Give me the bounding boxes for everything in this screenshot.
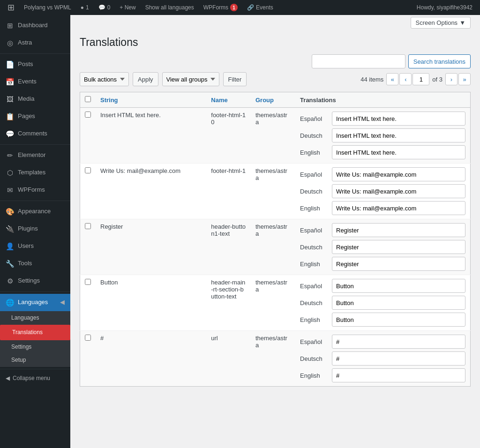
- wp-logo[interactable]: ⊞: [4, 0, 18, 15]
- translation-input[interactable]: [332, 223, 465, 237]
- sidebar-item-astra[interactable]: ◎ Astra: [0, 34, 70, 52]
- select-all-checkbox[interactable]: [85, 96, 91, 102]
- pagination: « ‹ of 3 › »: [386, 73, 471, 85]
- sidebar-item-appearance[interactable]: 🎨 Appearance: [0, 203, 70, 220]
- sidebar-item-events[interactable]: 📅 Events: [0, 73, 70, 90]
- filter-button[interactable]: Filter: [223, 72, 247, 86]
- wpforms-menu[interactable]: WPForms 1: [200, 0, 241, 15]
- screen-options-button[interactable]: Screen Options ▼: [411, 17, 471, 29]
- col-header-cb: [80, 92, 96, 108]
- col-header-string[interactable]: String: [96, 92, 206, 108]
- first-page-button[interactable]: «: [386, 73, 398, 85]
- new-content[interactable]: + New: [116, 0, 139, 15]
- name-value: footer-html-10: [211, 112, 246, 126]
- translation-row: Español: [300, 167, 465, 181]
- translation-input[interactable]: [332, 112, 465, 126]
- sidebar-item-wpforms[interactable]: ✉ WPForms: [0, 181, 70, 199]
- group-value: themes/astra: [255, 279, 287, 293]
- row-checkbox[interactable]: [85, 279, 91, 285]
- translation-input[interactable]: [332, 313, 465, 327]
- row-checkbox[interactable]: [85, 112, 91, 118]
- translation-input[interactable]: [332, 145, 465, 159]
- submenu-translations[interactable]: Translations: [0, 325, 70, 340]
- collapse-menu-button[interactable]: ◀ Collapse menu: [0, 371, 70, 385]
- search-translations-button[interactable]: Search translations: [408, 54, 471, 68]
- language-label: Español: [300, 227, 328, 234]
- translation-row: Español: [300, 112, 465, 126]
- language-label: Español: [300, 283, 328, 290]
- row-checkbox[interactable]: [85, 167, 91, 173]
- sidebar-item-languages[interactable]: 🌐 Languages ◀: [0, 294, 70, 311]
- table-row: #urlthemes/astraEspañolDeutschEnglish: [80, 331, 471, 387]
- translation-input[interactable]: [332, 335, 465, 349]
- translation-row: Español: [300, 335, 465, 349]
- string-value: Insert HTML text here.: [100, 112, 161, 119]
- updates[interactable]: ● 1: [77, 0, 93, 15]
- string-value: #: [100, 335, 104, 342]
- page-number-input[interactable]: [412, 73, 429, 85]
- events-sidebar-icon: 📅: [6, 77, 14, 87]
- language-label: Deutsch: [300, 355, 328, 362]
- sidebar-item-templates[interactable]: ⬡ Templates: [0, 164, 70, 181]
- translation-input[interactable]: [332, 368, 465, 382]
- translation-input[interactable]: [332, 279, 465, 293]
- translation-input[interactable]: [332, 167, 465, 181]
- translation-row: Deutsch: [300, 128, 465, 142]
- show-all-languages[interactable]: Show all languages: [142, 0, 198, 15]
- sidebar-item-comments[interactable]: 💬 Comments: [0, 125, 70, 142]
- language-label: Español: [300, 338, 328, 345]
- col-header-name[interactable]: Name: [206, 92, 251, 108]
- settings-icon: ⚙: [6, 276, 14, 286]
- row-checkbox[interactable]: [85, 335, 91, 341]
- translation-input[interactable]: [332, 257, 465, 271]
- howdy[interactable]: Howdy, siyapifihe3942: [413, 0, 476, 15]
- language-label: English: [300, 261, 328, 268]
- col-header-translations: Translations: [295, 92, 470, 108]
- next-page-button[interactable]: ›: [445, 73, 458, 85]
- language-label: English: [300, 149, 328, 156]
- languages-submenu: Languages Translations Settings Setup: [0, 311, 70, 367]
- submenu-settings[interactable]: Settings: [0, 340, 70, 354]
- collapse-icon: ◀: [6, 375, 10, 381]
- translation-row: Deutsch: [300, 351, 465, 366]
- admin-sidebar: ⊞ Dashboard ◎ Astra 📄 Posts 📅 Events 🖼 M…: [0, 15, 70, 448]
- sidebar-item-settings[interactable]: ⚙ Settings: [0, 272, 70, 290]
- translation-input[interactable]: [332, 201, 465, 215]
- events-menu[interactable]: 🔗 Events: [243, 0, 277, 15]
- translation-input[interactable]: [332, 240, 465, 254]
- sidebar-item-elementor[interactable]: ✏ Elementor: [0, 147, 70, 164]
- sidebar-item-plugins[interactable]: 🔌 Plugins: [0, 220, 70, 238]
- prev-page-button[interactable]: ‹: [399, 73, 412, 85]
- sidebar-item-dashboard[interactable]: ⊞ Dashboard: [0, 17, 70, 34]
- translation-row: English: [300, 145, 465, 159]
- translation-input[interactable]: [332, 351, 465, 366]
- sidebar-item-media[interactable]: 🖼 Media: [0, 90, 70, 108]
- translation-input[interactable]: [332, 184, 465, 198]
- sidebar-item-users[interactable]: 👤 Users: [0, 238, 70, 255]
- submenu-languages[interactable]: Languages: [0, 311, 70, 325]
- bulk-actions-select[interactable]: Bulk actions: [80, 72, 129, 86]
- view-groups-select[interactable]: View all groups: [162, 72, 219, 86]
- tablenav: Bulk actions Apply View all groups Filte…: [80, 72, 471, 86]
- group-value: themes/astra: [255, 223, 287, 237]
- name-value: header-button1-text: [211, 223, 246, 237]
- search-input[interactable]: [312, 54, 405, 68]
- languages-arrow: ◀: [60, 298, 65, 306]
- sidebar-item-posts[interactable]: 📄 Posts: [0, 56, 70, 73]
- last-page-button[interactable]: »: [458, 73, 471, 85]
- translation-input[interactable]: [332, 296, 465, 310]
- sidebar-item-tools[interactable]: 🔧 Tools: [0, 255, 70, 272]
- site-name[interactable]: Polylang vs WPML: [20, 0, 75, 15]
- submenu-setup[interactable]: Setup: [0, 353, 70, 367]
- row-checkbox[interactable]: [85, 223, 91, 229]
- table-row: Registerheader-button1-textthemes/astraE…: [80, 219, 471, 275]
- apply-button[interactable]: Apply: [133, 72, 158, 86]
- translation-input[interactable]: [332, 128, 465, 142]
- col-header-group[interactable]: Group: [251, 92, 295, 108]
- sidebar-item-pages[interactable]: 📋 Pages: [0, 108, 70, 125]
- main-content: Screen Options ▼ Translations Search tra…: [70, 15, 480, 448]
- bulk-actions-wrapper: Bulk actions: [80, 72, 129, 86]
- posts-icon: 📄: [6, 60, 14, 69]
- screen-options-arrow: ▼: [459, 19, 465, 26]
- comments[interactable]: 💬 0: [95, 0, 114, 15]
